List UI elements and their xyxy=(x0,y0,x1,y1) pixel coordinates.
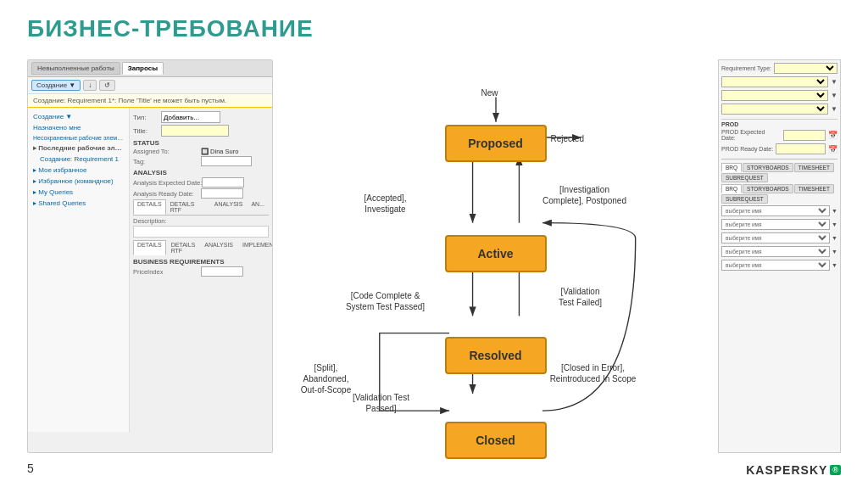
nav-create[interactable]: Создание ▼ xyxy=(28,111,129,122)
tab-nevypolnennye[interactable]: Невыполненные работы xyxy=(31,62,120,75)
type-row: Тип: xyxy=(133,111,269,123)
nav-recent-header: ▸ Последние рабочие элементы xyxy=(28,143,129,154)
select-row-1: выберите имя ▼ xyxy=(721,205,837,216)
tag-input[interactable] xyxy=(201,156,252,166)
bottom-tab-details-rtf[interactable]: DETAILS RTF xyxy=(167,240,200,255)
prod-ready-row: PROD Ready Date: 📅 xyxy=(721,143,837,154)
name-select-2[interactable]: выберите имя xyxy=(721,219,830,230)
prod-expected-row: PROD Expected Date: 📅 xyxy=(721,129,837,141)
state-resolved: Resolved xyxy=(445,337,547,374)
nav-shared-queries[interactable]: ▸ Shared Queries xyxy=(28,198,129,209)
inner-tabs-row: DETAILS DETAILS RTF ANALYSIS AN... xyxy=(133,199,269,216)
analysis-section-title: ANALYSIS xyxy=(133,169,269,176)
nav-req1[interactable]: Создание: Requirement 1 xyxy=(28,154,129,165)
analysis-expected-label: Analysis Expected Date: xyxy=(133,179,202,187)
bottom-tabs-row: DETAILS DETAILS RTF ANALYSIS IMPLEMENT xyxy=(133,240,269,255)
rtfs-tab-subrequest-2[interactable]: SUBREQUEST xyxy=(721,194,768,204)
tab-zaprosy[interactable]: Запросы xyxy=(122,62,164,75)
label-investigation: [InvestigationComplete], Postponed xyxy=(530,184,640,206)
inner-tab-analysis[interactable]: ANALYSIS xyxy=(210,199,248,215)
flow-diagram: New Proposed Active Resolved Closed [Acc… xyxy=(326,74,665,439)
name-select-3[interactable]: выберите имя xyxy=(721,232,830,244)
tfs-left-panel: Невыполненные работы Запросы Создание ▼ … xyxy=(27,59,273,453)
price-index-label: PriceIndex xyxy=(133,268,201,276)
select-2[interactable] xyxy=(721,90,828,101)
dropdown-1: ▼ xyxy=(721,76,837,87)
nav-team-favorites[interactable]: ▸ Избранное (командное) xyxy=(28,176,129,187)
arrow-2: ▼ xyxy=(831,92,837,99)
prod-expected-input[interactable] xyxy=(783,130,826,141)
nav-unsaved[interactable]: Несохраненные рабочие элементы... xyxy=(28,133,129,143)
title-input[interactable] xyxy=(161,125,229,137)
select-row-4: выберите имя ▼ xyxy=(721,246,837,257)
state-proposed: Proposed xyxy=(445,125,547,162)
inner-tab-details-rtf[interactable]: DETAILS RTF xyxy=(166,199,210,215)
content-area: Невыполненные работы Запросы Создание ▼ … xyxy=(27,59,841,453)
label-rejected: Rejected xyxy=(551,133,584,144)
label-validation-passed: [Validation TestPassed] xyxy=(331,392,432,414)
tfs-warning: Создание: Requirement 1*: Поле 'Title' н… xyxy=(28,94,272,108)
nav-my-favorites[interactable]: ▸ Мое избранное xyxy=(28,165,129,176)
nav-assigned[interactable]: Назначено мне xyxy=(28,122,129,133)
bottom-tab-implement[interactable]: IMPLEMENT xyxy=(238,240,272,255)
title-row: Title: xyxy=(133,125,269,137)
analysis-expected-input[interactable] xyxy=(202,177,244,188)
state-active: Active xyxy=(445,235,547,272)
rtfs-tab-brq-1[interactable]: BRQ xyxy=(721,163,742,172)
select-row-3: выберите имя ▼ xyxy=(721,232,837,244)
name-select-5[interactable]: выберите имя xyxy=(721,260,830,271)
analysis-ready-label: Analysis Ready Date: xyxy=(133,190,201,198)
status-section-title: STATUS xyxy=(133,139,269,147)
label-closed-error: [Closed in Error],Reintroduced In Scope xyxy=(538,362,648,384)
prod-ready-input[interactable] xyxy=(776,143,826,154)
tfs-toolbar: Создание ▼ ↓ ↺ xyxy=(28,77,272,94)
kaspersky-badge: ® xyxy=(830,465,841,475)
rtfs-tab-storyboards-1[interactable]: STORYBOARDS xyxy=(743,163,793,172)
arrow-3: ▼ xyxy=(831,105,837,113)
name-select-4[interactable]: выберите имя xyxy=(721,246,830,257)
description-area[interactable] xyxy=(133,226,269,238)
sel-arrow-4: ▼ xyxy=(832,249,837,255)
inner-tab-details[interactable]: DETAILS xyxy=(133,199,166,215)
prod-ready-label: PROD Ready Date: xyxy=(721,146,773,152)
rtfs-tab-timesheet-1[interactable]: TIMESHEET xyxy=(794,163,834,172)
assigned-row: Assigned To: 🔲 Dina Suro xyxy=(133,148,269,155)
rtfs-tabs-2: BRQ STORYBOARDS TIMESHEET SUBREQUEST xyxy=(721,184,837,204)
tfs-tab-bar: Невыполненные работы Запросы xyxy=(28,60,272,77)
prod-expected-cal-icon[interactable]: 📅 xyxy=(828,131,837,139)
bottom-tab-details[interactable]: DETAILS xyxy=(133,240,166,255)
analysis-ready-input[interactable] xyxy=(201,188,243,199)
download-button[interactable]: ↓ xyxy=(83,80,97,91)
description-row: Description: xyxy=(133,217,269,225)
refresh-button[interactable]: ↺ xyxy=(99,80,115,91)
select-row-2: выберите имя ▼ xyxy=(721,219,837,230)
price-index-input[interactable] xyxy=(201,266,243,277)
type-label: Тип: xyxy=(133,114,159,121)
prod-ready-cal-icon[interactable]: 📅 xyxy=(828,145,837,154)
label-code-complete: [Code Complete &System Test Passed] xyxy=(331,290,441,312)
dropdown-2: ▼ xyxy=(721,90,837,101)
kaspersky-logo: KASPERSKY ® xyxy=(746,463,841,477)
rtfs-tab-brq-2[interactable]: BRQ xyxy=(721,184,742,193)
inner-tab-implement[interactable]: AN... xyxy=(247,199,269,215)
bottom-tab-analysis[interactable]: ANALYSIS xyxy=(200,240,237,255)
dropdown-3: ▼ xyxy=(721,104,837,115)
kaspersky-text: KASPERSKY xyxy=(746,463,827,477)
sel-arrow-2: ▼ xyxy=(832,221,837,227)
rtfs-tab-storyboards-2[interactable]: STORYBOARDS xyxy=(743,184,793,193)
req-type-select[interactable] xyxy=(774,63,837,74)
rtfs-tab-timesheet-2[interactable]: TIMESHEET xyxy=(794,184,834,193)
page-number: 5 xyxy=(27,462,34,475)
price-index-row: PriceIndex xyxy=(133,266,269,277)
type-input[interactable] xyxy=(161,111,220,123)
nav-my-queries[interactable]: ▸ My Queries xyxy=(28,187,129,198)
create-button[interactable]: Создание ▼ xyxy=(31,80,81,91)
tfs-sidebar-content: Создание ▼ Назначено мне Несохраненные р… xyxy=(28,108,272,432)
flow-diagram-panel: New Proposed Active Resolved Closed [Acc… xyxy=(273,59,718,453)
new-label: New xyxy=(481,87,498,98)
name-select-1[interactable]: выберите имя xyxy=(721,205,830,216)
select-1[interactable] xyxy=(721,76,828,87)
select-3[interactable] xyxy=(721,104,828,115)
tfs-left-nav: Создание ▼ Назначено мне Несохраненные р… xyxy=(28,108,130,432)
rtfs-tab-subrequest-1[interactable]: SUBREQUEST xyxy=(721,173,768,182)
